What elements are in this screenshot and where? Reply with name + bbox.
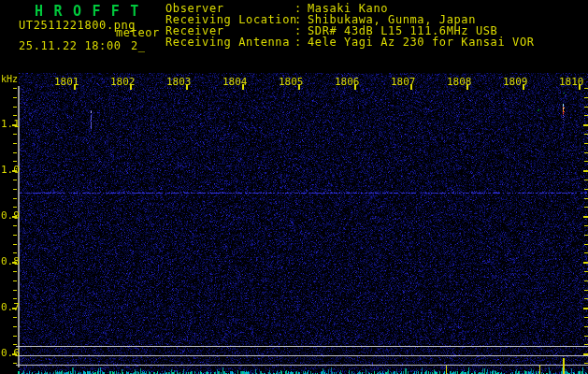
time-tick-label: 1805: [279, 77, 304, 87]
time-tick-label: 1808: [447, 77, 472, 87]
freq-tick-label: 1.0: [1, 165, 20, 175]
time-tick-label: 1802: [110, 77, 136, 87]
time-tick-label: 1807: [391, 77, 416, 87]
freq-tick-label: 0.6: [1, 348, 20, 358]
spectrogram-canvas: [0, 0, 588, 374]
time-tick-label: 1809: [503, 77, 528, 87]
y-axis-unit-label: kHz: [1, 74, 18, 84]
freq-tick-label: 1.1: [1, 119, 20, 129]
app-title: H R O F F T: [35, 3, 140, 20]
hrofft-screen: { "header": { "app_title": "H R O F F T"…: [0, 0, 588, 374]
freq-tick-label: 0.9: [1, 210, 20, 221]
freq-tick-label: 0.7: [1, 302, 20, 312]
info-label-antenna: Receiving Antenna: [165, 36, 290, 49]
time-tick-label: 1810: [559, 77, 584, 87]
overlay-label: meteor: [116, 27, 160, 39]
freq-tick-label: 0.8: [1, 256, 20, 266]
time-tick-label: 1804: [222, 77, 248, 87]
time-tick-label: 1806: [335, 77, 360, 87]
date-time: 25.11.22 18:00: [19, 40, 122, 52]
time-tick-label: 1801: [54, 77, 79, 87]
info-value-antenna: 4ele Yagi Az 230 for Kansai VOR: [308, 36, 535, 49]
time-tick-label: 1803: [166, 77, 192, 87]
counter: 2_: [131, 40, 146, 52]
info-sep: :: [294, 36, 302, 49]
